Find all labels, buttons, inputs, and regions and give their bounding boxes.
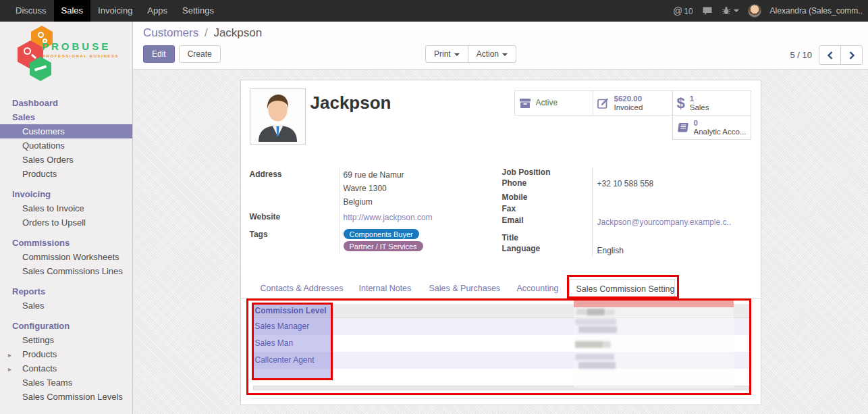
- sidebar-menu: Dashboard Sales Customers Quotations Sal…: [0, 96, 132, 404]
- tag-partner-it-services: Partner / IT Services: [344, 241, 423, 251]
- archive-icon: [519, 98, 531, 109]
- edit-invoice-icon: [597, 97, 609, 109]
- tab-internal-notes[interactable]: Internal Notes: [352, 279, 418, 299]
- nav-item-invoicing[interactable]: Invoicing: [90, 0, 140, 22]
- invoiced-stat-button[interactable]: $620.00Invoiced: [593, 90, 673, 115]
- sidebar-item-sales-commission-levels[interactable]: Sales Commission Levels: [0, 390, 132, 404]
- field-separator: [592, 167, 593, 257]
- tag-components-buyer: Components Buyer: [344, 229, 419, 239]
- breadcrumb-current: Jackpson: [213, 26, 262, 39]
- mentions-counter[interactable]: @10: [673, 5, 693, 16]
- probuse-logo: PROBUSE PROFESSIONAL BUSINESS: [0, 24, 132, 84]
- edit-button[interactable]: Edit: [143, 45, 175, 63]
- sidebar-item-sales-commissions-lines[interactable]: Sales Commissions Lines: [0, 264, 132, 278]
- section-configuration[interactable]: Configuration: [0, 319, 132, 333]
- section-reports[interactable]: Reports: [0, 284, 132, 299]
- mention-count: 10: [684, 7, 693, 16]
- tab-sales-purchases[interactable]: Sales & Purchases: [423, 279, 508, 299]
- nav-item-sales[interactable]: Sales: [54, 0, 91, 22]
- active-stat-button[interactable]: Active: [514, 90, 593, 115]
- sales-count: 1: [690, 95, 694, 103]
- book-icon: [677, 122, 689, 133]
- email-label: Email: [502, 215, 524, 225]
- user-menu[interactable]: Alexandra (Sales_comm..: [770, 6, 863, 16]
- breadcrumb-customers-link[interactable]: Customers: [143, 26, 198, 39]
- nav-item-settings[interactable]: Settings: [175, 0, 221, 22]
- analytic-stat-text: 0Analytic Acco...: [694, 119, 747, 136]
- sales-stat-button[interactable]: $ 1Sales: [672, 90, 751, 115]
- sidebar: PROBUSE PROFESSIONAL BUSINESS Dashboard …: [0, 22, 133, 414]
- tags-label: Tags: [250, 230, 268, 239]
- breadcrumb: Customers / Jackpson: [143, 26, 262, 40]
- dropdown-caret-icon: [454, 53, 460, 56]
- sidebar-item-reports-sales[interactable]: Sales: [0, 299, 132, 313]
- tab-contacts-addresses[interactable]: Contacts & Addresses: [254, 279, 350, 299]
- form-background: Jackpson Active $620.00Invoiced: [133, 70, 868, 414]
- top-navbar: Discuss Sales Invoicing Apps Settings @1…: [0, 0, 868, 22]
- dropdown-caret-icon: [502, 53, 508, 56]
- phone-value: +32 10 588 558: [597, 179, 654, 188]
- website-link[interactable]: http://www.jackpson.com: [344, 213, 433, 222]
- invoiced-stat-text: $620.00Invoiced: [614, 95, 643, 112]
- address-label: Address: [250, 170, 282, 179]
- phone-label: Phone: [502, 178, 527, 188]
- print-button[interactable]: Print: [425, 45, 468, 63]
- logo-title: PROBUSE: [42, 41, 111, 52]
- language-value: English: [597, 246, 624, 255]
- sidebar-item-config-products[interactable]: ▸Products: [0, 347, 132, 361]
- mobile-label: Mobile: [502, 192, 528, 202]
- user-avatar: [748, 4, 761, 18]
- control-panel: Customers / Jackpson Edit Create Print A…: [133, 22, 868, 70]
- job-position-label: Job Position: [502, 167, 551, 177]
- censored-commission-values: [574, 299, 734, 388]
- section-invoicing[interactable]: Invoicing: [0, 187, 132, 201]
- address-line1: 69 rue de Namur: [344, 170, 404, 180]
- pager-next-button[interactable]: [840, 45, 863, 65]
- debug-bug-icon[interactable]: [722, 6, 739, 16]
- logo-subtitle: PROFESSIONAL BUSINESS: [43, 54, 119, 58]
- sidebar-item-config-settings[interactable]: Settings: [0, 333, 132, 347]
- invoiced-value: $620.00: [614, 95, 643, 103]
- sheet-divider: [250, 398, 750, 399]
- tab-accounting[interactable]: Accounting: [510, 279, 566, 299]
- app-menu: Discuss Sales Invoicing Apps Settings: [0, 0, 221, 22]
- expand-caret-icon: ▸: [8, 364, 11, 374]
- pager: 5 / 10: [790, 45, 863, 65]
- expand-caret-icon: ▸: [8, 350, 11, 360]
- sidebar-item-orders-to-upsell[interactable]: Orders to Upsell: [0, 215, 132, 230]
- sales-label: Sales: [690, 103, 709, 111]
- analytic-stat-button[interactable]: 0Analytic Acco...: [672, 115, 751, 140]
- title-label: Title: [502, 233, 518, 242]
- sidebar-item-products[interactable]: Products: [0, 167, 132, 181]
- customer-photo: [250, 88, 306, 145]
- section-commissions[interactable]: Commissions: [0, 236, 132, 250]
- nav-item-discuss[interactable]: Discuss: [8, 0, 54, 22]
- analytic-count: 0: [694, 119, 698, 127]
- field-separator: [339, 168, 340, 253]
- section-sales[interactable]: Sales: [0, 110, 132, 124]
- pager-previous-button[interactable]: [819, 45, 841, 65]
- sidebar-item-sales-to-invoice[interactable]: Sales to Invoice: [0, 201, 132, 215]
- at-icon: @: [673, 5, 682, 16]
- debug-caret-icon: [734, 9, 739, 12]
- sidebar-item-commission-worksheets[interactable]: Commission Worksheets: [0, 250, 132, 264]
- sales-stat-text: 1Sales: [690, 95, 709, 112]
- tab-sales-commission-setting[interactable]: Sales Commission Setting: [569, 279, 675, 299]
- section-dashboard[interactable]: Dashboard: [0, 96, 132, 110]
- sidebar-item-sales-orders[interactable]: Sales Orders: [0, 153, 132, 167]
- nav-item-apps[interactable]: Apps: [140, 0, 175, 22]
- dollar-icon: $: [677, 96, 685, 111]
- action-button[interactable]: Action: [468, 45, 516, 63]
- invoiced-label: Invoiced: [614, 103, 643, 111]
- fax-label: Fax: [502, 204, 516, 213]
- create-button[interactable]: Create: [179, 45, 221, 63]
- active-stat-label: Active: [536, 99, 558, 107]
- sidebar-item-quotations[interactable]: Quotations: [0, 138, 132, 153]
- sidebar-item-customers[interactable]: Customers: [0, 124, 132, 138]
- messages-icon[interactable]: [702, 6, 713, 16]
- sidebar-item-sales-teams[interactable]: Sales Teams: [0, 376, 132, 390]
- email-link[interactable]: Jackpson@yourcompany.example.c..: [597, 217, 732, 227]
- website-label: Website: [250, 212, 281, 222]
- pager-count: 5 / 10: [790, 50, 812, 60]
- sidebar-item-config-contacts[interactable]: ▸Contacts: [0, 361, 132, 376]
